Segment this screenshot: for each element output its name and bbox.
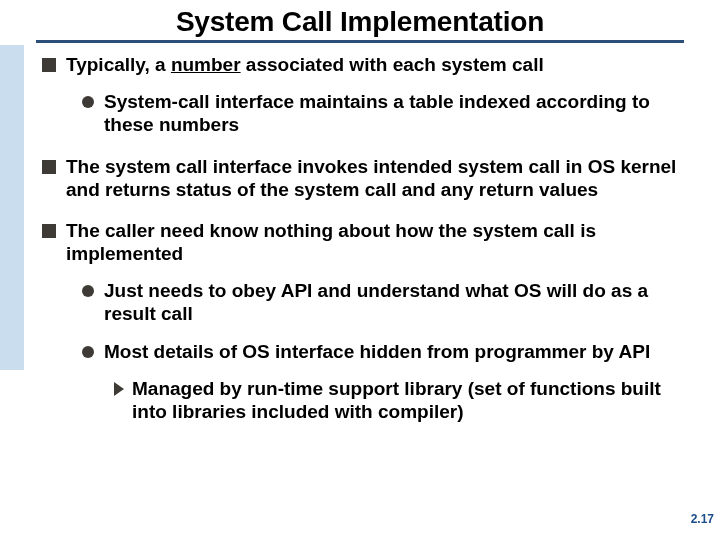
bullet-text: Typically, a number associated with each…	[66, 53, 692, 76]
text-fragment: associated with each system call	[241, 54, 544, 75]
text-fragment: Typically, a	[66, 54, 171, 75]
slide-title: System Call Implementation	[0, 0, 720, 40]
underlined-text: number	[171, 54, 241, 75]
slide-body: Typically, a number associated with each…	[42, 53, 692, 423]
bullet-level1: The system call interface invokes intend…	[42, 155, 692, 201]
slide-number: 2.17	[691, 512, 714, 526]
bullet-level1: The caller need know nothing about how t…	[42, 219, 692, 265]
square-bullet-icon	[42, 160, 56, 174]
round-bullet-icon	[82, 346, 94, 358]
bullet-text: Managed by run-time support library (set…	[132, 377, 692, 423]
bullet-level3: Managed by run-time support library (set…	[42, 377, 692, 423]
bullet-level1: Typically, a number associated with each…	[42, 53, 692, 76]
round-bullet-icon	[82, 96, 94, 108]
bullet-level2: Most details of OS interface hidden from…	[42, 340, 692, 363]
round-bullet-icon	[82, 285, 94, 297]
bullet-level2: Just needs to obey API and understand wh…	[42, 279, 692, 325]
triangle-bullet-icon	[114, 382, 124, 396]
bullet-text: Just needs to obey API and understand wh…	[104, 279, 692, 325]
bullet-text: System-call interface maintains a table …	[104, 90, 692, 136]
bullet-level2: System-call interface maintains a table …	[42, 90, 692, 136]
square-bullet-icon	[42, 224, 56, 238]
bullet-text: Most details of OS interface hidden from…	[104, 340, 692, 363]
square-bullet-icon	[42, 58, 56, 72]
bullet-text: The caller need know nothing about how t…	[66, 219, 692, 265]
title-underline	[36, 40, 684, 43]
bullet-text: The system call interface invokes intend…	[66, 155, 692, 201]
left-accent-bar	[0, 45, 24, 370]
